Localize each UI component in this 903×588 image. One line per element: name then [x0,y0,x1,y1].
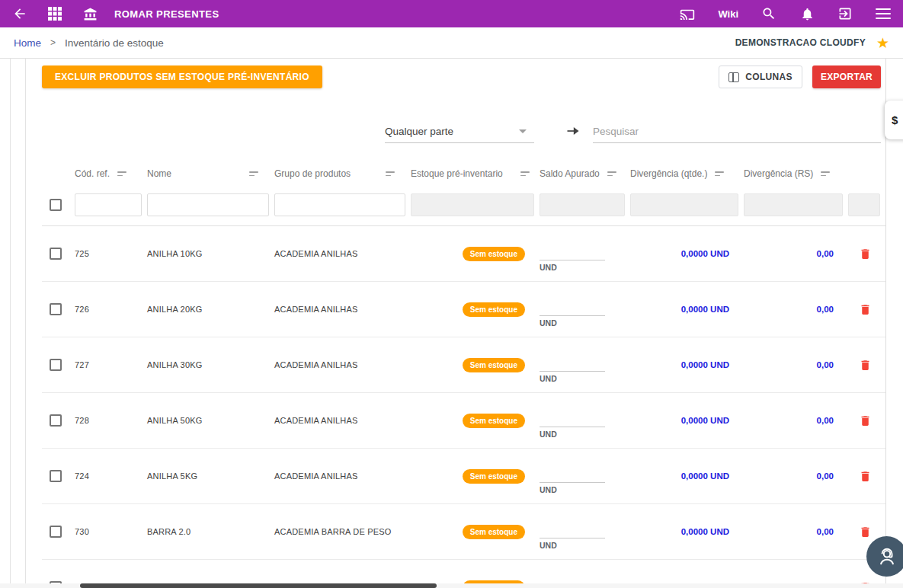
breadcrumb-separator: > [50,37,56,48]
columns-button-label: COLUNAS [745,72,792,82]
header-prestock: Estoque pré-inventario [411,168,503,179]
balance-input[interactable] [540,248,605,260]
delete-row-button[interactable] [848,247,882,261]
delete-row-button[interactable] [848,358,882,372]
cast-icon[interactable] [680,6,695,21]
unit-label: UND [540,263,625,272]
bell-icon[interactable] [799,6,815,21]
exclude-no-stock-button[interactable]: EXCLUIR PRODUTOS SEM ESTOQUE PRÉ-INVENTÁ… [42,66,322,88]
cell-name: ANILHA 20KG [147,305,269,314]
favorite-star-icon[interactable]: ★ [876,36,889,50]
unit-label: UND [540,541,625,550]
select-all-checkbox[interactable] [50,199,62,211]
table-row: 726 ANILHA 20KG ACADEMIA ANILHAS Sem est… [42,282,885,337]
balance-input[interactable] [540,415,605,427]
cell-name: ANILHA 10KG [147,249,269,258]
row-checkbox[interactable] [50,248,62,260]
header-divergence-qty: Divergência (qtde.) [630,168,707,179]
cell-divergence-qty: 0,0000 UND [630,416,738,425]
row-checkbox[interactable] [50,470,62,482]
delete-row-button[interactable] [848,469,882,484]
delete-row-button[interactable] [848,302,882,317]
cell-code: 727 [75,360,142,369]
logout-icon[interactable] [837,6,853,21]
cell-divergence-value: 0,00 [744,249,843,258]
cell-divergence-value: 0,00 [744,416,843,425]
cell-group: ACADEMIA ANILHAS [274,471,405,481]
account-name: DEMONSTRACAO CLOUDFY [735,37,866,48]
balance-input[interactable] [540,526,605,538]
export-button[interactable]: EXPORTAR [812,66,881,88]
top-app-bar: ROMAR PRESENTES Wiki [0,0,903,27]
sort-icon[interactable] [386,171,395,176]
columns-button[interactable]: COLUNAS [719,66,802,88]
table-row: 728 ANILHA 50KG ACADEMIA ANILHAS Sem est… [42,393,885,449]
sort-icon[interactable] [249,171,258,176]
dollar-icon: $ [892,113,898,126]
filter-code-input[interactable] [75,193,142,216]
page-title: Inventário de estoque [65,37,164,49]
horizontal-scrollbar-thumb[interactable] [80,583,437,588]
left-guide-line-2 [25,59,26,588]
no-stock-badge: Sem estoque [463,302,525,317]
search-match-mode-select[interactable]: Qualquer parte [385,120,534,143]
apply-filter-icon[interactable] [565,123,581,139]
cell-divergence-value: 0,00 [744,360,843,369]
apps-grid-icon[interactable] [47,6,62,21]
row-checkbox[interactable] [50,414,62,427]
trash-icon [859,525,872,539]
side-panel-handle[interactable]: $ [885,101,903,139]
filter-name-input[interactable] [147,193,269,216]
support-chat-button[interactable] [866,536,903,577]
delete-row-button[interactable] [848,414,882,428]
header-balance: Saldo Apurado [540,168,600,179]
balance-input[interactable] [540,471,605,483]
company-name: ROMAR PRESENTES [114,8,219,20]
filter-prestock-disabled [411,193,534,216]
trash-icon [859,247,872,261]
cell-divergence-qty: 0,0000 UND [630,527,738,536]
row-checkbox[interactable] [50,359,62,371]
cell-name: ANILHA 50KG [147,416,269,425]
table-row: 727 ANILHA 30KG ACADEMIA ANILHAS Sem est… [42,337,885,393]
cell-name: ANILHA 5KG [147,471,269,481]
sort-icon[interactable] [607,171,616,176]
breadcrumb-home-link[interactable]: Home [14,37,41,49]
chevron-down-icon [519,129,527,133]
unit-label: UND [540,318,625,328]
sort-icon[interactable] [715,171,724,176]
cell-group: ACADEMIA ANILHAS [274,305,405,314]
back-arrow-icon[interactable] [12,6,27,21]
row-checkbox[interactable] [50,303,62,315]
filter-balance-disabled [540,193,625,216]
table-row: 724 ANILHA 5KG ACADEMIA ANILHAS Sem esto… [42,449,885,504]
balance-input[interactable] [540,360,605,372]
no-stock-badge: Sem estoque [463,247,525,261]
sort-icon[interactable] [520,171,530,176]
sort-icon[interactable] [821,171,830,176]
bank-icon[interactable] [82,6,98,21]
delete-row-button[interactable] [848,525,882,539]
sort-icon[interactable] [117,171,126,176]
table-filter-row [42,186,885,226]
no-stock-badge: Sem estoque [463,414,525,428]
right-panel-divider [885,59,886,588]
search-icon[interactable] [761,6,777,21]
wiki-link[interactable]: Wiki [718,8,738,20]
row-checkbox[interactable] [50,526,62,538]
table-rows: 725 ANILHA 10KG ACADEMIA ANILHAS Sem est… [42,226,885,588]
balance-input[interactable] [540,304,605,316]
no-stock-badge: Sem estoque [463,358,525,372]
table-row: 730 BARRA 2.0 ACADEMIA BARRA DE PESO Sem… [42,504,885,560]
trash-icon [859,469,872,484]
search-input[interactable] [593,120,881,143]
filter-group-input[interactable] [274,193,405,216]
cell-divergence-value: 0,00 [744,305,843,314]
menu-icon[interactable] [876,8,891,19]
unit-label: UND [540,485,625,494]
table-row: 725 ANILHA 10KG ACADEMIA ANILHAS Sem est… [42,226,885,282]
columns-icon [728,72,739,82]
no-stock-badge: Sem estoque [463,469,525,484]
cell-divergence-qty: 0,0000 UND [630,471,738,481]
trash-icon [859,358,872,372]
